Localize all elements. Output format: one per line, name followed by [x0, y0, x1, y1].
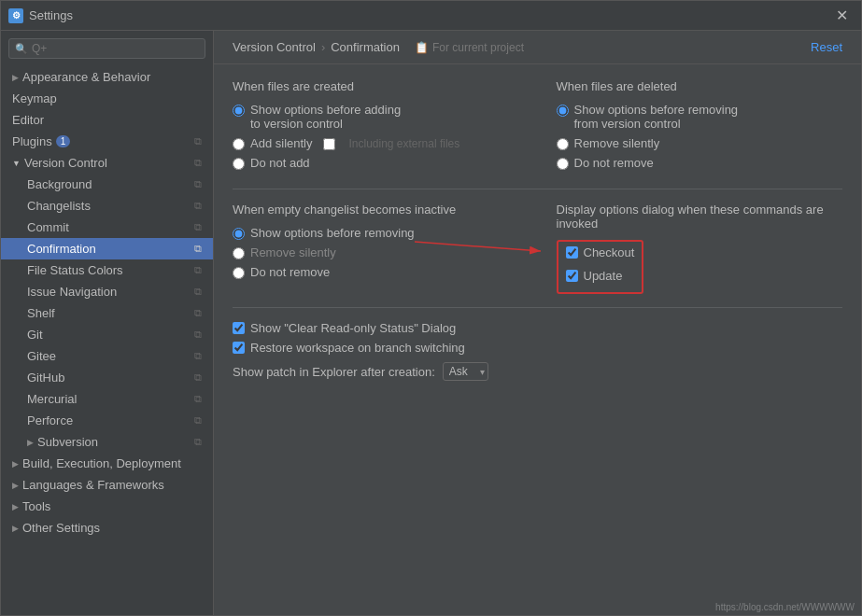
sidebar-item-file-status-colors[interactable]: File Status Colors ⧉ — [1, 259, 213, 281]
display-options-section: Display options dialog when these comman… — [557, 203, 843, 294]
radio-do-not-remove-del-input[interactable] — [557, 158, 569, 170]
copy-icon: ⧉ — [194, 307, 202, 319]
radio-show-before-removing-input[interactable] — [233, 228, 245, 240]
sidebar-item-build[interactable]: ▶ Build, Execution, Deployment — [1, 453, 213, 474]
sidebar-item-label: Version Control — [24, 156, 107, 170]
sidebar-item-label: GitHub — [27, 371, 64, 385]
patch-dropdown[interactable]: Ask Yes No — [443, 362, 488, 381]
sidebar-item-issue-navigation[interactable]: Issue Navigation ⧉ — [1, 281, 213, 302]
checkout-checkbox-row[interactable]: Checkout — [566, 245, 635, 259]
sidebar-item-background[interactable]: Background ⧉ — [1, 174, 213, 195]
copy-icon: ⧉ — [194, 371, 202, 384]
sidebar-item-label: Mercurial — [27, 392, 77, 406]
patch-label: Show patch in Explorer after creation: — [233, 365, 435, 379]
search-input[interactable] — [32, 42, 199, 55]
changelist-title: When empty changelist becomes inactive — [233, 203, 519, 217]
checkout-checkbox[interactable] — [566, 246, 578, 259]
radio-add-silently-input[interactable] — [233, 138, 245, 150]
search-box[interactable]: 🔍 — [8, 38, 205, 59]
sidebar-item-label: Perforce — [27, 413, 73, 427]
bottom-checkboxes: Show "Clear Read-only Status" Dialog Res… — [233, 321, 842, 381]
sidebar-item-other[interactable]: ▶ Other Settings — [1, 517, 213, 539]
restore-workspace-checkbox[interactable] — [233, 342, 245, 354]
update-checkbox[interactable] — [566, 270, 578, 282]
sidebar-item-tools[interactable]: ▶ Tools — [1, 496, 213, 517]
copy-icon: ⧉ — [194, 221, 202, 233]
show-clear-readonly-checkbox[interactable] — [233, 322, 245, 334]
patch-dropdown-wrapper[interactable]: Ask Yes No — [443, 362, 488, 381]
restore-workspace-label: Restore workspace on branch switching — [250, 341, 465, 355]
radio-show-before-add-input[interactable] — [233, 105, 245, 117]
update-label: Update — [584, 269, 623, 283]
close-button[interactable]: ✕ — [830, 5, 854, 26]
sidebar-item-gitee[interactable]: Gitee ⧉ — [1, 345, 213, 367]
checkout-label: Checkout — [584, 245, 635, 259]
copy-icon: ⧉ — [194, 436, 202, 448]
including-external-checkbox[interactable] — [323, 138, 335, 150]
breadcrumb-parent: Version Control — [233, 40, 316, 54]
arrow-icon: ▶ — [12, 73, 19, 82]
sidebar-item-github[interactable]: GitHub ⧉ — [1, 367, 213, 388]
radio-do-not-remove-del[interactable]: Do not remove — [557, 156, 843, 170]
sidebar-item-label: Appearance & Behavior — [22, 70, 150, 84]
show-clear-readonly-row[interactable]: Show "Clear Read-only Status" Dialog — [233, 321, 842, 335]
files-deleted-section: When files are deleted Show options befo… — [557, 79, 843, 175]
radio-show-before-remove-del[interactable]: Show options before removingfrom version… — [557, 103, 843, 131]
separator-1 — [233, 189, 842, 189]
sidebar-item-label: Background — [27, 177, 92, 191]
radio-add-silently-label: Add silently — [250, 136, 312, 150]
content-area: 🔍 ▶ Appearance & Behavior Keymap Editor … — [1, 31, 861, 615]
arrow-down-icon: ▼ — [12, 159, 21, 168]
sidebar-item-label: Gitee — [27, 349, 56, 363]
radio-do-not-add[interactable]: Do not add — [233, 156, 519, 170]
arrow-icon: ▶ — [12, 459, 19, 469]
sidebar-item-perforce[interactable]: Perforce ⧉ — [1, 410, 213, 431]
radio-show-before-removing[interactable]: Show options before removing — [233, 226, 519, 240]
sidebar-item-commit[interactable]: Commit ⧉ — [1, 217, 213, 238]
arrow-icon: ▶ — [12, 481, 19, 490]
radio-remove-silently-del-input[interactable] — [557, 138, 569, 150]
sidebar: 🔍 ▶ Appearance & Behavior Keymap Editor … — [1, 31, 214, 615]
update-checkbox-row[interactable]: Update — [566, 269, 635, 283]
sidebar-item-label: Subversion — [37, 435, 98, 449]
sidebar-item-version-control[interactable]: ▼ Version Control ⧉ — [1, 152, 213, 174]
sidebar-item-git[interactable]: Git ⧉ — [1, 324, 213, 345]
radio-do-not-add-input[interactable] — [233, 158, 245, 170]
sidebar-item-confirmation[interactable]: Confirmation ⧉ — [1, 238, 213, 259]
radio-do-not-remove-input[interactable] — [233, 267, 245, 279]
radio-do-not-remove[interactable]: Do not remove — [233, 265, 519, 279]
radio-show-before-add[interactable]: Show options before addingto version con… — [233, 103, 519, 131]
restore-workspace-row[interactable]: Restore workspace on branch switching — [233, 341, 842, 355]
copy-icon: ⧉ — [194, 243, 202, 255]
sidebar-item-plugins[interactable]: Plugins 1 ⧉ — [1, 131, 213, 152]
including-external-label: Including external files — [348, 137, 459, 150]
sidebar-item-label: Languages & Frameworks — [22, 478, 164, 492]
sidebar-item-appearance[interactable]: ▶ Appearance & Behavior — [1, 66, 213, 88]
sidebar-item-changelists[interactable]: Changelists ⧉ — [1, 195, 213, 217]
top-sections: When files are created Show options befo… — [233, 79, 842, 175]
sidebar-item-keymap[interactable]: Keymap — [1, 88, 213, 109]
radio-show-before-remove-del-label: Show options before removingfrom version… — [574, 103, 739, 131]
sidebar-item-editor[interactable]: Editor — [1, 109, 213, 131]
copy-icon: ⧉ — [194, 264, 202, 276]
project-icon: 📋 — [415, 41, 429, 54]
copy-icon: ⧉ — [194, 157, 202, 169]
title-bar: ⚙ Settings ✕ — [1, 1, 861, 31]
sidebar-item-languages[interactable]: ▶ Languages & Frameworks — [1, 474, 213, 496]
sidebar-item-label: Editor — [12, 113, 44, 127]
sidebar-item-mercurial[interactable]: Mercurial ⧉ — [1, 388, 213, 410]
project-label: For current project — [432, 41, 524, 54]
radio-do-not-add-label: Do not add — [250, 156, 310, 170]
sidebar-item-subversion[interactable]: ▶ Subversion ⧉ — [1, 431, 213, 453]
reset-button[interactable]: Reset — [811, 40, 842, 54]
copy-icon: ⧉ — [194, 286, 202, 298]
radio-show-before-remove-del-input[interactable] — [557, 105, 569, 117]
copy-icon: ⧉ — [194, 135, 202, 147]
radio-remove-silently[interactable]: Remove silently — [233, 245, 519, 259]
separator-2 — [233, 307, 842, 308]
radio-remove-silently-del[interactable]: Remove silently — [557, 136, 843, 150]
sidebar-item-shelf[interactable]: Shelf ⧉ — [1, 302, 213, 324]
radio-remove-silently-input[interactable] — [233, 247, 245, 259]
files-deleted-title: When files are deleted — [557, 79, 843, 93]
project-link[interactable]: 📋 For current project — [415, 41, 524, 54]
